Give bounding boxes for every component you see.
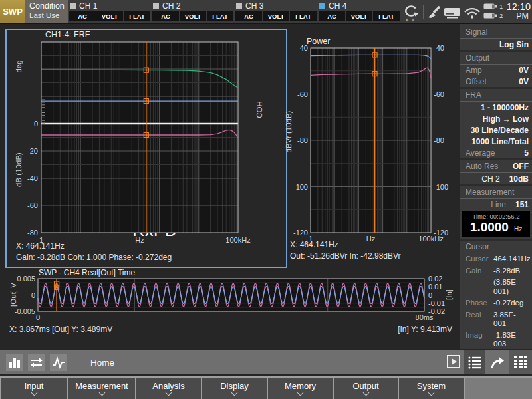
cursor-phase-row: Phase-0.27deg [460,297,532,309]
run-button[interactable] [447,355,460,368]
channel-volt-button[interactable]: VOLT [96,11,123,21]
export-button[interactable] [487,350,508,374]
channel-volt-button[interactable]: VOLT [180,11,206,21]
axis-tick-label: 0.01 [428,283,442,291]
power-chart-panel[interactable]: Power dBVr (10dB) X: 464.141Hz Out: -51.… [286,29,458,268]
auto-res-label: Auto Res [466,162,498,171]
output-amp-row[interactable]: Amp0V [460,65,532,76]
channel-name: CH 4 [329,1,346,11]
axis-tick-label: 80ms [416,313,434,321]
output-section[interactable]: Output Amp0VOffset0V [460,50,532,87]
sweep-mode-button[interactable]: SWP [0,0,25,23]
menu-output[interactable]: Output [334,378,398,399]
channel-ch-4[interactable]: CH 4ACVOLTFLAT [319,0,401,23]
menu-memory[interactable]: Memory [268,378,332,399]
axis-tick-label: -80 [434,136,444,144]
row-value: 0V [519,77,529,86]
measurement-frequency-value: 1.0000 [470,220,509,235]
axis-tick-label: -40 [434,44,444,52]
auto-res-channel-row[interactable]: CH 2 10dB [460,173,532,184]
fra-section-header: FRA [460,89,532,102]
time-chart-panel[interactable]: SWP - CH4 Real[Out] Time [Out] V [In] X:… [5,269,458,348]
fra-setting-row-2[interactable]: 30 Line/Decade [460,124,532,136]
battery-1-icon [483,3,497,10]
menu-display[interactable]: Display [202,378,267,399]
cursor-cursor-row: Cursor464.141Hz [460,253,532,265]
channel-flat-button[interactable]: FLAT [207,11,233,21]
sliders-icon [30,356,43,369]
menu-measurement[interactable]: Measurement [68,378,135,399]
row-value: 1 - 100000Hz [481,103,529,112]
signal-value: Log Sin [499,40,529,49]
clock: 12:10 PM [501,1,531,21]
battery-1: 1 [483,3,503,10]
row-label: Phase [466,299,493,308]
condition-block[interactable]: Condition Last Use [25,0,68,23]
axis-tick-label: 0.005 [17,275,35,283]
axis-tick-label: -120 [293,229,308,237]
channel-ch-3[interactable]: CH 3ACVOLTFLAT [235,0,318,23]
fra-average-value: 5 [524,148,529,158]
time-chart-canvas[interactable] [5,269,458,348]
axis-tick-label: -60 [297,90,308,98]
channel-volt-button[interactable]: VOLT [263,11,289,21]
channel-flat-button[interactable]: FLAT [373,11,400,21]
measurement-section[interactable]: Measurement Line 151 Time: 00:02:56.2 1.… [460,184,532,237]
axis-tick-label: -80 [297,136,308,144]
channel-volt-button[interactable]: VOLT [346,11,372,21]
channel-flat-button[interactable]: FLAT [290,11,317,21]
fra-setting-row-3[interactable]: 1000 Line/Total [460,136,532,147]
row-value: 1000 Line/Total [471,137,529,146]
channel-header: CH 1 [69,0,152,11]
axis-tick-label: -60 [27,201,38,209]
fra-setting-row-0[interactable]: 1 - 100000Hz [460,102,532,113]
channel-indicator-icon [236,3,242,9]
signal-section[interactable]: Signal Log Sin [460,24,532,50]
channel-flat-button[interactable]: FLAT [124,11,150,21]
measurement-line-label: Line [491,200,506,209]
axis-tick-label: 1 [39,236,43,244]
output-offset-row[interactable]: Offset0V [460,76,532,87]
auto-res-header-row: Auto Res OFF [460,160,532,173]
axis-tick-label: 100kHz [418,235,443,243]
power-chart-canvas[interactable] [286,29,458,268]
axis-tick-label: -20 [27,147,38,155]
auto-res-section[interactable]: Auto Res OFF CH 2 10dB [460,158,532,184]
channel-ac-button[interactable]: AC [152,11,179,21]
menu-system[interactable]: System [399,378,464,399]
play-icon [452,358,457,365]
cursor-section[interactable]: Cursor Cursor464.141HzGain-8.28dB(3.85E-… [460,239,532,362]
fra-setting-row-1[interactable]: High → Low [460,113,532,124]
home-breadcrumb[interactable]: Home [90,350,114,374]
row-label [466,278,493,296]
channel-ch-2[interactable]: CH 2ACVOLTFLAT [152,0,235,23]
menu-analysis[interactable]: Analysis [136,378,201,399]
channel-ch-1[interactable]: CH 1ACVOLTFLAT [69,0,152,23]
channel-ac-button[interactable]: AC [235,11,262,21]
auto-res-level: 10dB [509,174,529,184]
menu-input[interactable]: Input [1,378,67,399]
fra-average-row[interactable]: Average 5 [460,147,532,158]
row-label: Cursor [466,255,493,264]
frf-chart-canvas[interactable] [7,30,286,267]
top-status-bar: SWP Condition Last Use CH 1ACVOLTFLATCH … [0,0,532,24]
signal-value-row[interactable]: Log Sin [460,39,532,50]
channel-ac-button[interactable]: AC [69,11,96,21]
row-value: High → Low [483,114,529,124]
waveform-view-button[interactable] [50,354,67,371]
fra-section[interactable]: FRA 1 - 100000HzHigh → Low30 Line/Decade… [460,87,532,158]
channel-buttons: ACVOLTFLAT [319,11,401,21]
grid-view-button[interactable] [509,350,532,374]
repeat-sweep-icon[interactable] [403,3,419,19]
axis-tick-label: 100kHz [225,236,250,244]
menu-list-button[interactable] [464,350,485,374]
channel-ac-button[interactable]: AC [319,11,345,21]
wifi-icon [464,5,481,19]
axis-tick-label: -40 [297,44,308,52]
frf-chart-panel[interactable]: CH1-4: FRF deg dB (10dB) COH Path 2 CLTF… [5,29,287,268]
chart-view-button[interactable] [6,354,23,371]
io-settings-button[interactable] [28,354,45,371]
axis-tick-label: -80 [27,229,38,237]
battery-2: 2 [483,12,503,19]
bottom-menu-bar: InputMeasurementAnalysisDisplayMemoryOut… [0,376,532,399]
